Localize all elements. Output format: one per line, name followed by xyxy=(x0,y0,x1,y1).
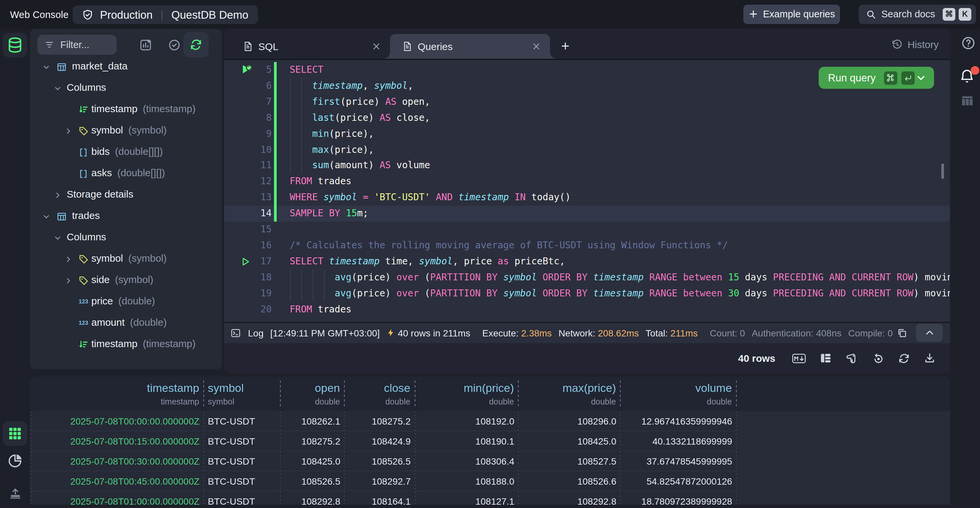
goose-button[interactable] xyxy=(845,352,858,364)
tree-item-bids[interactable]: bids(double[][]) xyxy=(30,142,222,163)
cell-close[interactable]: 108526.5 xyxy=(372,451,410,471)
chevron-down-icon[interactable] xyxy=(54,85,61,92)
tree-item-asks[interactable]: asks(double[][]) xyxy=(30,163,222,185)
close-icon[interactable] xyxy=(372,42,380,51)
column-separator[interactable] xyxy=(518,380,519,407)
tree-item-Columns[interactable]: Columns xyxy=(30,78,222,99)
tree-item-Storage details[interactable]: Storage details xyxy=(30,185,222,206)
grid-hscrollbar-track[interactable] xyxy=(30,505,950,508)
reload-schema-button[interactable] xyxy=(183,32,208,58)
add-tab-button[interactable] xyxy=(560,41,570,50)
chevron-right-icon[interactable] xyxy=(54,192,61,199)
collapse-log-button[interactable] xyxy=(916,324,943,342)
column-separator[interactable] xyxy=(736,380,737,407)
tree-item-symbol[interactable]: symbol(symbol) xyxy=(30,249,222,270)
cell-volume[interactable]: 40.1332118699999 xyxy=(652,431,732,451)
cell-max(price)[interactable]: 108425.0 xyxy=(578,431,616,451)
copy-icon[interactable] xyxy=(897,328,907,339)
table-row[interactable]: 2025-07-08T00:00:00.000000ZBTC-USDT10826… xyxy=(30,411,736,431)
query-success-marker[interactable] xyxy=(241,64,253,75)
import-button[interactable] xyxy=(0,487,30,500)
cell-close[interactable]: 108292.7 xyxy=(372,471,410,491)
cell-open[interactable]: 108262.1 xyxy=(301,411,340,431)
table-row[interactable]: 2025-07-08T00:30:00.000000ZBTC-USDT10842… xyxy=(30,451,736,471)
chevron-right-icon[interactable] xyxy=(65,128,72,135)
markdown-button[interactable] xyxy=(792,353,806,363)
tree-item-timestamp[interactable]: timestamp(timestamp) xyxy=(30,99,222,120)
tab-sql[interactable]: SQL xyxy=(224,34,390,59)
cell-symbol[interactable]: BTC-USDT xyxy=(208,431,255,451)
column-header-max(price)[interactable]: max(price) xyxy=(562,382,616,395)
refresh-button[interactable] xyxy=(898,352,910,364)
grid-view-button[interactable] xyxy=(3,421,27,446)
column-header-symbol[interactable]: symbol xyxy=(208,382,244,395)
run-query-button[interactable]: Run query xyxy=(819,67,934,89)
column-header-close[interactable]: close xyxy=(384,382,410,395)
cell-close[interactable]: 108275.2 xyxy=(372,411,410,431)
help-button[interactable] xyxy=(961,36,975,50)
cell-open[interactable]: 108275.2 xyxy=(301,431,340,451)
instance-badge[interactable]: Production | QuestDB Demo xyxy=(73,5,258,24)
table-row[interactable]: 2025-07-08T00:15:00.000000ZBTC-USDT10827… xyxy=(30,431,736,451)
tree-item-trades[interactable]: trades xyxy=(30,206,222,227)
search-docs-button[interactable]: Search docs ⌘ K xyxy=(859,5,976,24)
editor-scrollbar-thumb[interactable] xyxy=(941,163,944,179)
chart-view-button[interactable] xyxy=(0,453,30,469)
cell-open[interactable]: 108425.0 xyxy=(301,451,340,471)
cell-symbol[interactable]: BTC-USDT xyxy=(208,471,255,491)
column-separator[interactable] xyxy=(344,380,345,407)
close-icon[interactable] xyxy=(532,42,540,51)
column-header-timestamp[interactable]: timestamp xyxy=(147,382,199,395)
cell-symbol[interactable]: BTC-USDT xyxy=(208,411,255,431)
cell-volume[interactable]: 12.967416359999946 xyxy=(641,411,732,431)
cell-timestamp[interactable]: 2025-07-08T00:15:00.000000Z xyxy=(70,431,200,451)
tree-item-Columns[interactable]: Columns xyxy=(30,227,222,249)
cell-volume[interactable]: 54.82547872000126 xyxy=(647,471,732,491)
cell-volume[interactable]: 37.67478545999995 xyxy=(647,451,732,471)
layout-grid-button[interactable] xyxy=(820,353,831,364)
chevron-right-icon[interactable] xyxy=(65,277,72,284)
refresh-clock-button[interactable] xyxy=(872,352,884,364)
sql-editor[interactable]: 567891011121314151617181920 SELECT times… xyxy=(224,60,950,321)
cell-min(price)[interactable]: 108188.0 xyxy=(475,471,514,491)
tree-item-amount[interactable]: 123amount(double) xyxy=(30,313,222,334)
example-queries-button[interactable]: Example queries xyxy=(743,5,840,24)
cell-min(price)[interactable]: 108190.1 xyxy=(475,431,514,451)
tree-item-price[interactable]: 123price(double) xyxy=(30,291,222,313)
run-query-marker[interactable] xyxy=(241,256,251,267)
select-tables-button[interactable] xyxy=(168,39,181,51)
cell-max(price)[interactable]: 108526.6 xyxy=(578,471,616,491)
column-header-min(price)[interactable]: min(price) xyxy=(464,382,514,395)
column-separator[interactable] xyxy=(414,380,415,407)
chevron-down-icon[interactable] xyxy=(43,64,50,71)
cell-open[interactable]: 108526.5 xyxy=(301,471,340,491)
cell-symbol[interactable]: BTC-USDT xyxy=(208,451,255,471)
tab-queries[interactable]: Queries xyxy=(390,34,550,59)
cell-min(price)[interactable]: 108192.0 xyxy=(475,411,514,431)
tables-panel-button[interactable] xyxy=(3,33,27,58)
column-separator[interactable] xyxy=(203,380,204,407)
cell-close[interactable]: 108424.9 xyxy=(372,431,410,451)
download-button[interactable] xyxy=(924,353,935,364)
cell-min(price)[interactable]: 108306.4 xyxy=(475,451,514,471)
cell-max(price)[interactable]: 108527.5 xyxy=(578,451,616,471)
filter-input[interactable]: Filter... xyxy=(37,35,116,55)
table-row[interactable]: 2025-07-08T00:45:00.000000ZBTC-USDT10852… xyxy=(30,471,736,491)
add-metrics-button[interactable] xyxy=(139,39,152,51)
cell-timestamp[interactable]: 2025-07-08T00:30:00.000000Z xyxy=(70,451,200,471)
tree-item-side[interactable]: side(symbol) xyxy=(30,270,222,291)
column-separator[interactable] xyxy=(620,380,620,407)
cell-max(price)[interactable]: 108296.0 xyxy=(578,411,616,431)
tree-item-symbol[interactable]: symbol(symbol) xyxy=(30,120,222,142)
notifications-button[interactable] xyxy=(959,69,975,84)
tree-item-market_data[interactable]: market_data xyxy=(30,56,222,78)
history-button[interactable]: History xyxy=(892,29,939,60)
cell-timestamp[interactable]: 2025-07-08T00:45:00.000000Z xyxy=(70,471,200,491)
tree-item-timestamp[interactable]: timestamp(timestamp) xyxy=(30,334,222,355)
result-panel-button[interactable] xyxy=(961,95,974,107)
chevron-right-icon[interactable] xyxy=(65,256,72,263)
chevron-down-icon[interactable] xyxy=(54,234,61,242)
chevron-down-icon[interactable] xyxy=(43,213,50,220)
column-header-volume[interactable]: volume xyxy=(695,382,732,395)
column-header-open[interactable]: open xyxy=(315,382,340,395)
